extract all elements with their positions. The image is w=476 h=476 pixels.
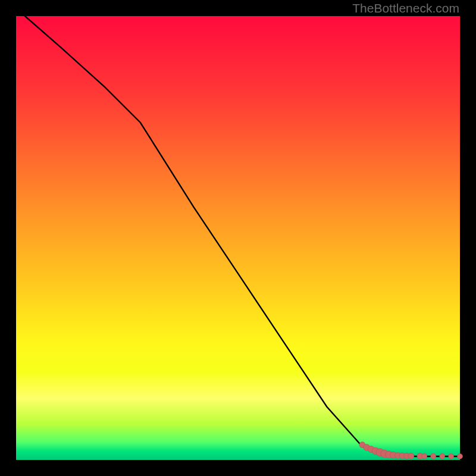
dot xyxy=(449,453,454,459)
bottleneck-curve xyxy=(25,16,460,456)
chart-frame: TheBottleneck.com xyxy=(0,0,476,476)
dot xyxy=(458,453,463,459)
dot xyxy=(431,453,436,459)
dot xyxy=(440,453,445,459)
watermark-text: TheBottleneck.com xyxy=(352,1,459,15)
dot xyxy=(422,453,427,459)
dot xyxy=(408,453,414,459)
chart-svg xyxy=(16,16,460,460)
